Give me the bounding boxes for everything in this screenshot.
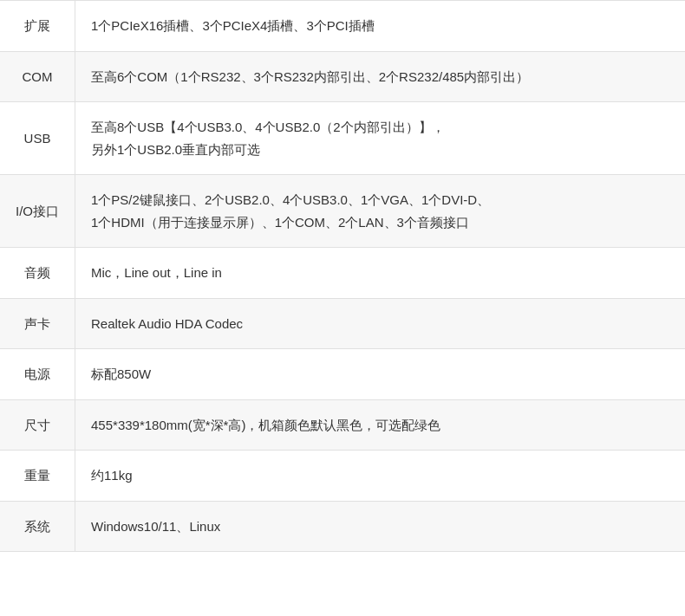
row-label: I/O接口 [0,175,75,248]
row-value: Windows10/11、Linux [75,501,685,552]
row-value: 至高8个USB【4个USB3.0、4个USB2.0（2个内部引出）】，另外1个U… [75,102,685,175]
table-row: 电源标配850W [0,349,685,400]
table-row: 尺寸455*339*180mm(宽*深*高)，机箱颜色默认黑色，可选配绿色 [0,399,685,451]
table-row: 系统Windows10/11、Linux [0,501,685,552]
row-value: 至高6个COM（1个RS232、3个RS232内部引出、2个RS232/485内… [75,51,685,102]
row-value: Mic，Line out，Line in [75,248,685,299]
row-value: 455*339*180mm(宽*深*高)，机箱颜色默认黑色，可选配绿色 [75,399,685,451]
row-value: Realtek Audio HDA Codec [75,298,685,349]
table-row: 声卡Realtek Audio HDA Codec [0,298,685,349]
row-value: 标配850W [75,349,685,400]
table-row: 重量约11kg [0,451,685,502]
row-label: 声卡 [0,298,75,349]
row-label: 重量 [0,451,75,502]
row-label: 音频 [0,248,75,299]
table-row: 扩展1个PCIeX16插槽、3个PCIeX4插槽、3个PCI插槽 [0,1,685,52]
table-row: COM至高6个COM（1个RS232、3个RS232内部引出、2个RS232/4… [0,51,685,102]
row-label: 电源 [0,349,75,400]
row-value: 1个PS/2键鼠接口、2个USB2.0、4个USB3.0、1个VGA、1个DVI… [75,175,685,248]
row-label: COM [0,51,75,102]
row-label: 扩展 [0,1,75,52]
table-row: I/O接口1个PS/2键鼠接口、2个USB2.0、4个USB3.0、1个VGA、… [0,175,685,248]
row-label: USB [0,102,75,175]
row-value: 约11kg [75,451,685,502]
row-label: 系统 [0,501,75,552]
table-row: 音频Mic，Line out，Line in [0,248,685,299]
row-label: 尺寸 [0,399,75,451]
row-value: 1个PCIeX16插槽、3个PCIeX4插槽、3个PCI插槽 [75,1,685,52]
spec-table: 扩展1个PCIeX16插槽、3个PCIeX4插槽、3个PCI插槽COM至高6个C… [0,0,685,552]
table-row: USB至高8个USB【4个USB3.0、4个USB2.0（2个内部引出）】，另外… [0,102,685,175]
